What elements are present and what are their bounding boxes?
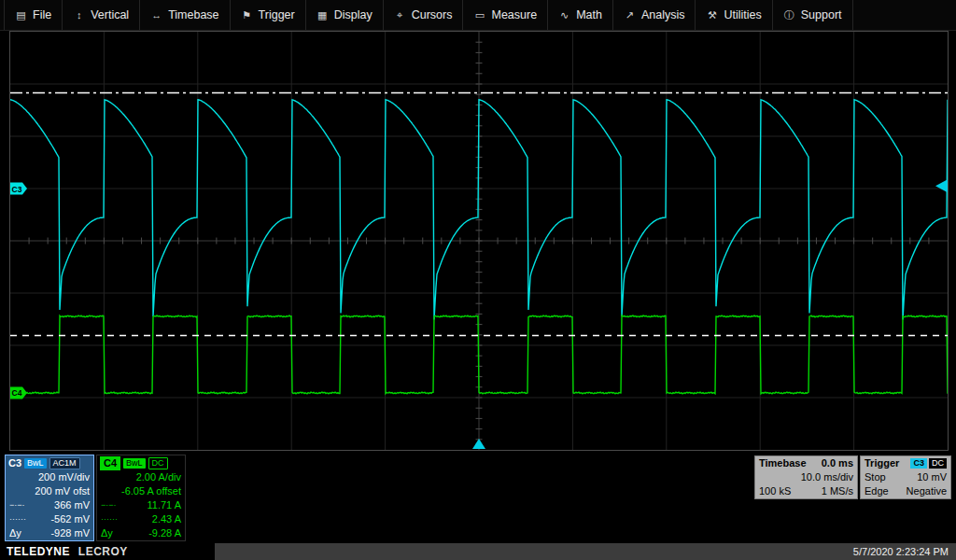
timebase-panel[interactable]: Timebase 0.0 ms 10.0 ms/div 100 kS 1 MS/… <box>754 455 858 499</box>
c4-offset-readout: -6.05 A offset <box>97 484 185 498</box>
trigger-slope: Negative <box>907 484 947 498</box>
c3-zero-marker-label: C3 <box>12 185 22 194</box>
c3-scale-readout: 200 mV/div <box>6 470 93 484</box>
menu-item-label: Utilities <box>724 8 761 21</box>
menu-item-label: File <box>33 8 51 21</box>
measure-icon: ▭ <box>473 9 485 21</box>
menu-item-display[interactable]: ▦ Display <box>306 0 384 30</box>
math-icon: ∿ <box>558 9 570 21</box>
menu-item-label: Vertical <box>91 8 129 21</box>
timebase-label: Timebase <box>759 456 807 470</box>
menu-item-label: Math <box>576 8 602 21</box>
menu-item-math[interactable]: ∿ Math <box>548 0 613 30</box>
dotted-cursor-icon: ······ <box>9 512 26 526</box>
c4-zero-marker-label: C4 <box>12 388 22 398</box>
brand-teledyne: TELEDYNE <box>7 545 70 558</box>
c3-descriptor-header: C3 BwL AC1M <box>6 455 93 470</box>
brand-lecroy: LECROY <box>78 545 128 558</box>
timebase-icon: ↔ <box>150 9 162 21</box>
dashdot-cursor-icon: −·−· <box>9 498 25 512</box>
c3-delta-readout: -928 mV <box>50 526 90 540</box>
trigger-mode: Stop <box>865 470 886 484</box>
c4-coupling-badge: DC <box>148 457 168 469</box>
datetime: 5/7/2020 2:23:24 PM <box>853 546 949 557</box>
cursors-icon: ⌖ <box>394 9 406 21</box>
c4-cursor1-readout: 11.71 A <box>148 498 182 512</box>
trigger-source-badge: C3 <box>910 458 927 469</box>
file-icon: ▤ <box>15 9 27 21</box>
timebase-samplerate: 1 MS/s <box>822 484 853 498</box>
c3-cursor2-readout: -562 mV <box>50 512 90 526</box>
display-icon: ▦ <box>316 9 329 21</box>
c3-bandwidth-badge: BwL <box>24 458 47 469</box>
c3-coupling-badge: AC1M <box>49 457 80 469</box>
c4-bandwidth-badge: BwL <box>123 458 146 469</box>
dashdot-cursor-icon: −·−· <box>101 498 117 512</box>
menu-item-utilities[interactable]: ⚒ Utilities <box>696 0 772 30</box>
trigger-label: Trigger <box>865 456 899 470</box>
menu-item-trigger[interactable]: ⚑ Trigger <box>231 0 306 30</box>
c3-delta-label: Δy <box>9 526 21 540</box>
menu-item-label: Support <box>801 8 842 21</box>
c3-offset-readout: 200 mV ofst <box>6 484 93 498</box>
c4-scale-readout: 2.00 A/div <box>97 470 185 484</box>
vertical-icon: ↕ <box>73 9 85 21</box>
c4-descriptor-header: C4 BwL DC <box>97 455 185 470</box>
utilities-icon: ⚒ <box>706 9 718 21</box>
analysis-icon: ↗ <box>624 9 636 21</box>
menu-item-file[interactable]: ▤ File <box>4 0 63 30</box>
timebase-samples: 100 kS <box>759 484 791 498</box>
menu-item-label: Cursors <box>412 8 453 21</box>
c4-delta-label: Δy <box>101 526 113 540</box>
trigger-level-marker[interactable] <box>935 179 948 192</box>
trigger-coupling-badge: DC <box>929 458 947 469</box>
c4-delta-readout: -9.28 A <box>148 526 181 540</box>
trigger-type: Edge <box>865 484 889 498</box>
menu-item-measure[interactable]: ▭ Measure <box>463 0 548 30</box>
c4-cursor2-readout: 2.43 A <box>152 512 181 526</box>
waveform-grid: C3C4 <box>9 31 949 451</box>
brand-logo: TELEDYNE LECROY <box>7 545 128 558</box>
menu-item-label: Trigger <box>259 8 295 21</box>
menu-item-label: Measure <box>491 8 537 21</box>
timebase-scale: 10.0 ms/div <box>801 470 853 484</box>
waveform-display: C3C4 <box>10 32 948 450</box>
menu-item-label: Analysis <box>641 8 685 21</box>
trigger-position-marker[interactable] <box>472 439 485 449</box>
menu-item-support[interactable]: ⓘ Support <box>773 0 853 30</box>
menu-item-analysis[interactable]: ↗ Analysis <box>613 0 696 30</box>
c4-label: C4 <box>100 456 120 470</box>
menu-item-vertical[interactable]: ↕ Vertical <box>63 0 140 30</box>
c3-cursor1-readout: 366 mV <box>54 498 90 512</box>
c3-label: C3 <box>8 456 21 470</box>
trigger-panel[interactable]: Trigger C3 DC Stop 10 mV Edge Negative <box>860 455 951 499</box>
footer-bar: TELEDYNE LECROY 5/7/2020 2:23:24 PM <box>0 543 956 560</box>
menu-bar: ▤ File ↕ Vertical ↔ Timebase ⚑ Trigger ▦… <box>0 0 956 31</box>
support-icon: ⓘ <box>783 8 795 22</box>
trigger-level: 10 mV <box>917 470 947 484</box>
trigger-icon: ⚑ <box>241 9 253 21</box>
menu-item-cursors[interactable]: ⌖ Cursors <box>384 0 464 30</box>
status-strip: 5/7/2020 2:23:24 PM <box>215 543 956 560</box>
c3-descriptor-box[interactable]: C3 BwL AC1M 200 mV/div 200 mV ofst −·−· … <box>5 455 94 541</box>
menu-item-timebase[interactable]: ↔ Timebase <box>140 0 230 30</box>
c4-descriptor-box[interactable]: C4 BwL DC 2.00 A/div -6.05 A offset −·−·… <box>96 455 186 541</box>
menu-item-label: Display <box>334 8 373 21</box>
menu-item-label: Timebase <box>168 8 218 21</box>
timebase-position: 0.0 ms <box>822 456 853 470</box>
dotted-cursor-icon: ······ <box>101 512 118 526</box>
